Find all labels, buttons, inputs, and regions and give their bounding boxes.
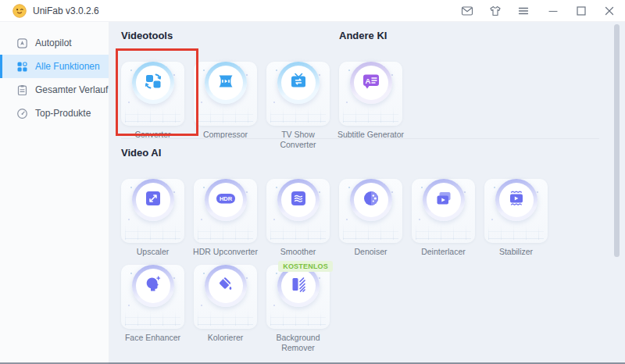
- sidebar-item-label: Gesamter Verlauf: [35, 84, 108, 95]
- card-slot: TV Show Converter: [262, 53, 334, 150]
- maximize-icon[interactable]: [575, 5, 588, 17]
- card-tv-show-converter[interactable]: [266, 62, 330, 126]
- svg-text:A: A: [365, 77, 370, 85]
- card-slot: Face Enhancer: [116, 256, 189, 343]
- card-converter[interactable]: [121, 62, 184, 126]
- close-icon[interactable]: [603, 5, 616, 17]
- convert-icon: [143, 71, 163, 95]
- sidebar-item-label: Top-Produkte: [35, 108, 91, 119]
- icon-ring: [350, 179, 392, 221]
- card-face-enhancer[interactable]: [121, 265, 184, 329]
- icon-ring: [205, 265, 247, 307]
- card-label: Denoiser: [334, 247, 407, 257]
- icon-ring: [495, 179, 538, 221]
- sidebar: Autopilot Alle Funktionen G: [0, 22, 109, 364]
- paint-bucket-icon: [216, 275, 235, 297]
- waves-icon: [289, 189, 308, 211]
- sidebar-item-label: Autopilot: [35, 37, 72, 48]
- section-title-videotools: Videotools: [121, 30, 173, 41]
- icon-ring: A: [350, 62, 392, 104]
- sidebar-item-top-produkte[interactable]: Top-Produkte: [0, 102, 109, 125]
- section-divider: [121, 138, 599, 139]
- card-label: Kolorierer: [189, 333, 262, 343]
- card-slot: Converter: [116, 53, 189, 140]
- face-icon: [144, 275, 162, 297]
- card-stabilizer[interactable]: [484, 179, 548, 243]
- card-slot: Denoiser: [334, 170, 407, 257]
- autopilot-icon: [16, 37, 28, 49]
- icon-ring: HDR: [205, 179, 247, 221]
- card-slot: A Subtitle Generator: [334, 53, 407, 140]
- icon-ring: [132, 62, 174, 104]
- app-logo: [12, 4, 27, 18]
- icon-ring: [277, 62, 320, 104]
- card-hdr-upconverter[interactable]: HDR: [194, 179, 257, 243]
- main-content: Videotools Andere KI: [109, 22, 625, 364]
- sidebar-item-label: Alle Funktionen: [35, 61, 100, 72]
- card-slot: Kolorierer: [189, 256, 262, 343]
- title-bar: UniFab v3.0.2.6: [0, 0, 625, 22]
- card-deinterlacer[interactable]: [412, 179, 475, 243]
- sidebar-item-alle-funktionen[interactable]: Alle Funktionen: [0, 55, 109, 78]
- app-window: UniFab v3.0.2.6: [0, 0, 625, 364]
- top-products-icon: [16, 108, 28, 120]
- kostenlos-badge: KOSTENLOS: [278, 261, 333, 272]
- card-upscaler[interactable]: [121, 179, 184, 243]
- tv-icon: [289, 72, 308, 94]
- window-title: UniFab v3.0.2.6: [33, 5, 99, 16]
- card-slot: Stabilizer: [480, 170, 552, 257]
- scrollbar-thumb[interactable]: [614, 24, 620, 257]
- card-label: Background Remover: [270, 333, 327, 353]
- card-subtitle-generator[interactable]: A: [339, 62, 402, 126]
- card-label: Face Enhancer: [116, 333, 189, 343]
- card-slot: Upscaler: [116, 170, 189, 257]
- history-icon: [16, 84, 28, 96]
- minimize-icon[interactable]: [547, 5, 559, 17]
- subtitle-icon: A: [362, 72, 380, 94]
- card-denoiser[interactable]: [339, 179, 402, 243]
- card-kolorierer[interactable]: [194, 265, 257, 329]
- compress-icon: [216, 72, 235, 94]
- card-slot: Compressor: [189, 53, 262, 140]
- card-compressor[interactable]: [194, 62, 257, 126]
- card-label: TV Show Converter: [273, 130, 323, 150]
- icon-ring: [423, 179, 465, 221]
- card-smoother[interactable]: [266, 179, 330, 243]
- section-title-andere-ki: Andere KI: [339, 30, 387, 41]
- grid-icon: [16, 61, 28, 73]
- card-slot: KOSTENLOS: [262, 256, 334, 353]
- icon-ring: [277, 179, 320, 221]
- icon-ring: [132, 179, 174, 221]
- frames-icon: [434, 189, 453, 211]
- bg-remove-icon: [289, 275, 308, 297]
- theme-shirt-icon[interactable]: [489, 5, 502, 17]
- card-background-remover[interactable]: KOSTENLOS: [266, 265, 330, 329]
- card-label: Deinterlacer: [407, 247, 480, 257]
- card-label: Stabilizer: [480, 247, 552, 257]
- denoise-icon: [362, 189, 380, 211]
- menu-icon[interactable]: [517, 5, 530, 17]
- card-slot: Smoother: [262, 170, 334, 257]
- svg-text:HDR: HDR: [219, 195, 232, 202]
- icon-ring: [132, 265, 174, 307]
- sidebar-item-autopilot[interactable]: Autopilot: [0, 31, 109, 55]
- card-slot: HDR HDR Upconverter: [189, 170, 262, 257]
- card-slot: Deinterlacer: [407, 170, 480, 257]
- mail-icon[interactable]: [461, 5, 473, 17]
- icon-ring: [205, 62, 247, 104]
- upscale-icon: [144, 189, 162, 211]
- stabilize-icon: [507, 189, 526, 211]
- section-title-video-ai: Video AI: [121, 147, 161, 159]
- sidebar-item-gesamter-verlauf[interactable]: Gesamter Verlauf: [0, 78, 109, 102]
- hdr-icon: HDR: [216, 189, 236, 211]
